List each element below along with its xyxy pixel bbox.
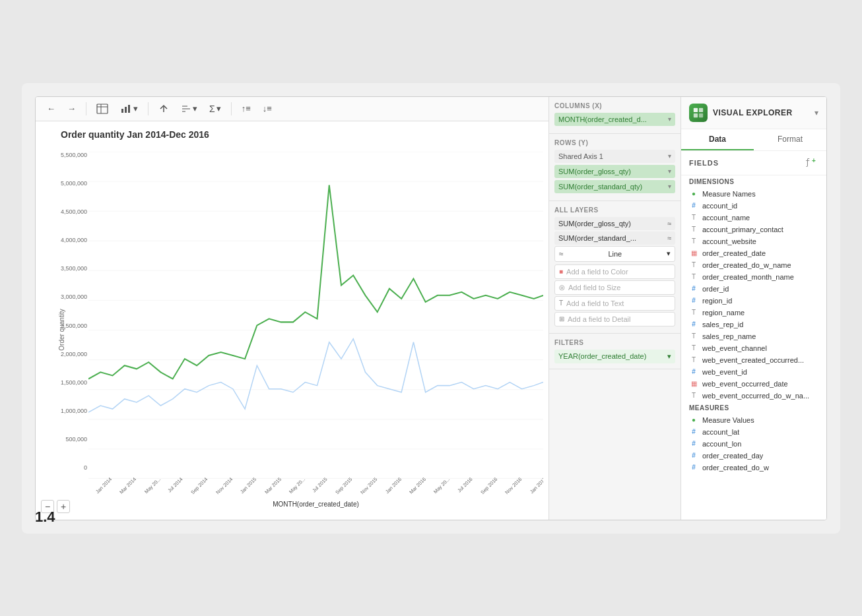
field-row-measure-names[interactable]: ● Measure Names (681, 188, 826, 200)
field-row-web-event-id[interactable]: # web_event_id (681, 366, 826, 378)
x-tick: Mar 2014 (119, 476, 138, 495)
pivot-icon (158, 104, 169, 114)
row-pill-1[interactable]: SUM(order_gloss_qty) ▾ (554, 165, 675, 178)
svg-rect-21 (694, 108, 698, 111)
row-pill-2[interactable]: SUM(order_standard_qty) ▾ (554, 180, 675, 193)
pivot-button[interactable] (154, 101, 174, 117)
sort-asc-button[interactable]: ↑≡ (237, 101, 255, 116)
field-type-icon: T (689, 273, 698, 280)
color-field-input[interactable]: ■ Add a field to Color (554, 264, 675, 279)
layer-item-2[interactable]: SUM(order_standard_... ≈ (554, 231, 675, 245)
size-field-input[interactable]: ◎ Add field to Size (554, 280, 675, 295)
field-name: order_created_day (702, 452, 763, 460)
sort-desc-icon: ↓≡ (263, 104, 272, 113)
field-name: region_id (702, 297, 732, 305)
field-row-web-event-created[interactable]: T web_event_created_occurred... (681, 354, 826, 366)
field-row-sales-rep-id[interactable]: # sales_rep_id (681, 319, 826, 330)
field-row-web-event-channel[interactable]: T web_event_channel (681, 342, 826, 354)
detail-icon: ⊞ (559, 315, 564, 323)
field-row-account-name[interactable]: T account_name (681, 212, 826, 224)
line-type-select[interactable]: ≈ Line ▾ (554, 246, 675, 262)
column-pill-label: MONTH(order_created_d... (558, 115, 647, 123)
toolbar: ← → (36, 97, 548, 121)
field-name: sales_rep_id (702, 321, 743, 328)
field-row-order-created-dow[interactable]: T order_created_do_w_name (681, 259, 826, 271)
svg-text:+: + (812, 157, 816, 164)
field-type-icon: T (689, 332, 698, 340)
shared-axis-pill[interactable]: Shared Axis 1 ▾ (554, 150, 675, 163)
x-tick: Nov 2016 (504, 476, 523, 495)
filters-section: Filters YEAR(order_created_date) ▾ (549, 334, 680, 369)
field-row-account-id[interactable]: # account_id (681, 200, 826, 212)
field-row-account-lon[interactable]: # account_lon (681, 438, 826, 450)
back-icon: ← (47, 104, 55, 113)
tab-data[interactable]: Data (681, 129, 754, 150)
field-name: account_lat (702, 428, 739, 436)
field-row-sales-rep-name[interactable]: T sales_rep_name (681, 330, 826, 342)
filter-pill[interactable]: YEAR(order_created_date) ▾ (554, 350, 675, 363)
sort-button[interactable]: ▾ (176, 101, 202, 117)
visual-explorer-logo (689, 104, 708, 122)
line-type-arrow: ▾ (667, 249, 671, 258)
field-row-region-name[interactable]: T region_name (681, 307, 826, 319)
y-tick: 2,500,000 (61, 323, 87, 329)
field-type-icon: ▦ (689, 380, 698, 387)
text-field-input[interactable]: T Add a field to Text (554, 296, 675, 311)
field-row-order-created-date[interactable]: ▦ order_created_date (681, 247, 826, 259)
logo-icon (692, 107, 704, 119)
field-row-web-event-occurred-date[interactable]: ▦ web_event_occurred_date (681, 378, 826, 390)
field-row-order-created-dow[interactable]: # order_created_do_w (681, 462, 826, 474)
field-row-order-created-day[interactable]: # order_created_day (681, 450, 826, 462)
filter-pill-label: YEAR(order_created_date) (558, 352, 646, 360)
tab-format[interactable]: Format (754, 129, 826, 150)
field-type-icon: T (689, 214, 698, 221)
sum-button[interactable]: Σ ▾ (205, 101, 226, 117)
field-row-region-id[interactable]: # region_id (681, 295, 826, 307)
field-row-web-event-occurred-dow[interactable]: T web_event_occurred_do_w_na... (681, 390, 826, 402)
field-type-icon: # (689, 321, 698, 328)
sort-asc-icon: ↑≡ (242, 104, 251, 113)
x-tick: Jan 2016 (384, 476, 403, 495)
right-panel-header: VISUAL EXPLORER ▾ (681, 97, 826, 129)
row-pill-2-arrow: ▾ (668, 183, 671, 190)
field-type-icon: # (689, 297, 698, 304)
add-field-button[interactable]: ƒ + (805, 156, 818, 169)
back-button[interactable]: ← (42, 101, 60, 116)
svg-rect-3 (121, 109, 123, 113)
detail-field-input[interactable]: ⊞ Add a field to Detail (554, 312, 675, 326)
column-pill[interactable]: MONTH(order_created_d... ▾ (554, 113, 675, 126)
x-tick: Jul 2015 (312, 476, 329, 493)
field-row-measure-values[interactable]: ● Measure Values (681, 414, 826, 426)
x-tick: Jul 2014 (166, 476, 183, 493)
forward-button[interactable]: → (63, 101, 81, 116)
all-layers-section: All Layers SUM(order_gloss_qty) ≈ SUM(or… (549, 201, 680, 334)
field-name: Measure Values (702, 416, 754, 424)
table-icon (96, 104, 108, 114)
zoom-in-button[interactable]: + (57, 500, 70, 513)
filter-pill-arrow: ▾ (667, 352, 671, 361)
all-layers-label: All Layers (554, 206, 675, 214)
visual-explorer-chevron[interactable]: ▾ (814, 108, 818, 117)
y-tick: 1,000,000 (61, 408, 87, 414)
y-tick: 4,500,000 (61, 208, 87, 215)
columns-section: Columns (X) MONTH(order_created_d... ▾ (549, 97, 680, 134)
toolbar-divider-3 (231, 102, 232, 115)
x-ticks-row: Jan 2014 Mar 2014 May 20... Jul 2014 Sep… (88, 475, 543, 482)
svg-rect-24 (699, 113, 703, 117)
field-name: Measure Names (702, 190, 756, 198)
field-row-account-lat[interactable]: # account_lat (681, 426, 826, 438)
version-badge: 1.4 (35, 508, 55, 526)
field-row-account-website[interactable]: T account_website (681, 235, 826, 247)
chart-title: Order quantity Jan 2014-Dec 2016 (61, 129, 543, 140)
sort-desc-button[interactable]: ↓≡ (258, 101, 277, 116)
field-type-icon: T (689, 309, 698, 316)
chart-type-button[interactable]: ▾ (116, 101, 143, 117)
field-row-account-primary-contact[interactable]: T account_primary_contact (681, 224, 826, 235)
column-pill-arrow: ▾ (668, 115, 671, 123)
field-row-order-id[interactable]: # order_id (681, 283, 826, 295)
table-icon-button[interactable] (92, 101, 113, 117)
layer-item-1[interactable]: SUM(order_gloss_qty) ≈ (554, 217, 675, 230)
field-name: web_event_occurred_date (702, 380, 788, 388)
field-row-order-created-month[interactable]: T order_created_month_name (681, 271, 826, 283)
row-pill-2-label: SUM(order_standard_qty) (558, 183, 642, 191)
